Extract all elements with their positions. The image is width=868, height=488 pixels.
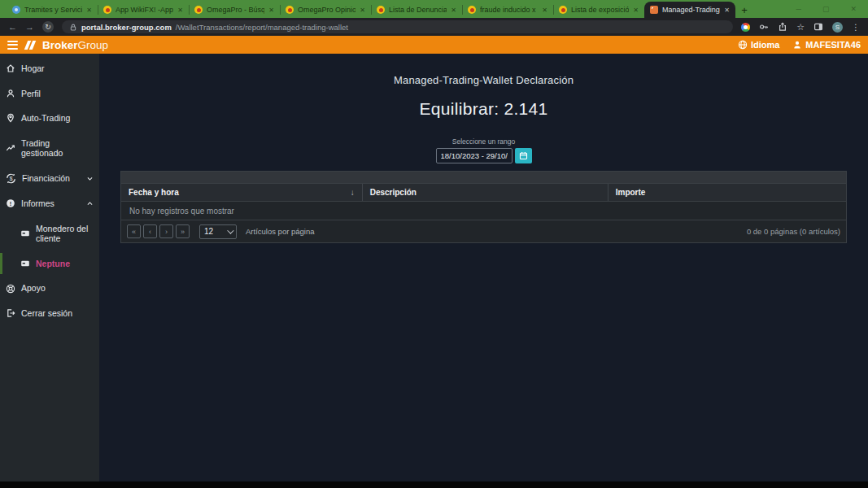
forward-icon[interactable]: →: [25, 23, 34, 32]
column-header-descripcion[interactable]: Descripción: [363, 184, 608, 201]
date-range-input[interactable]: [436, 148, 513, 163]
tab-close-icon[interactable]: ✕: [633, 7, 639, 14]
tab-close-icon[interactable]: ✕: [360, 7, 365, 14]
last-page-button[interactable]: »: [176, 224, 190, 238]
lock-icon: [69, 23, 77, 32]
language-menu[interactable]: Idioma: [738, 40, 779, 50]
svg-text:$: $: [10, 176, 13, 181]
tab-close-icon[interactable]: ✕: [724, 7, 730, 14]
tab-close-icon[interactable]: ✕: [177, 7, 183, 14]
sidebar-item-perfil[interactable]: Perfil: [0, 81, 99, 107]
chevron-up-icon: [86, 200, 94, 207]
grid-header-row: Fecha y hora ↓ Descripción Importe: [121, 184, 846, 202]
tab-title: Tramites y Servicios: [24, 6, 82, 14]
chevron-down-icon: [227, 227, 233, 233]
page-size-select[interactable]: 12: [199, 224, 237, 239]
tab-managed-trading-wallet-active[interactable]: Managed-Trading-Wallet ✕: [644, 2, 735, 18]
column-header-importe[interactable]: Importe: [608, 184, 846, 201]
user-menu[interactable]: MAFESITA46: [792, 40, 861, 50]
tab-lista-exposicion[interactable]: Lista de exposición-Glob ✕: [553, 2, 644, 18]
empty-state-message: No hay registros que mostrar: [121, 202, 846, 220]
url-path: /WalletTransactions/report/managed-tradi…: [176, 23, 348, 32]
minimize-icon[interactable]: ─: [796, 5, 801, 13]
tab-lista-denuncias[interactable]: Lista de Denuncias sobre ✕: [371, 2, 462, 18]
sidebar-subitem-neptune[interactable]: Neptune: [0, 251, 99, 277]
tab-wikifx[interactable]: App WikiFX! -App para co ✕: [98, 2, 189, 18]
transactions-grid: Fecha y hora ↓ Descripción Importe No ha…: [120, 171, 847, 243]
per-page-label: Artículos por página: [246, 227, 315, 236]
sidebar-item-auto-trading[interactable]: Auto-Trading: [0, 106, 99, 131]
tab-title: fraude inducido x líderes: [480, 6, 538, 14]
bookmark-icon[interactable]: ☆: [796, 22, 805, 33]
tab-omegapro-opiniones[interactable]: OmegaPro Opiniones-Re ✕: [280, 2, 371, 18]
next-page-button[interactable]: ›: [159, 224, 173, 238]
brand-name: BrokerGroup: [42, 39, 108, 51]
bottom-strip: [0, 481, 868, 488]
sidebar-item-apoyo[interactable]: Apoyo: [0, 276, 99, 301]
pin-icon: [6, 113, 15, 123]
chevron-down-icon: [86, 175, 94, 182]
language-label: Idioma: [751, 40, 779, 50]
tab-favicon: [559, 6, 567, 14]
tab-fraude[interactable]: fraude inducido x líderes ✕: [462, 2, 553, 18]
profile-icon: [6, 89, 15, 98]
key-icon[interactable]: [759, 22, 769, 32]
share-icon[interactable]: [778, 22, 787, 32]
sort-descending-icon: ↓: [351, 188, 355, 197]
back-icon[interactable]: ←: [8, 23, 17, 32]
pager-summary: 0 de 0 páginas (0 artículos): [747, 227, 840, 236]
browser-menu-icon[interactable]: ⋮: [852, 23, 860, 32]
hamburger-menu-icon[interactable]: [7, 41, 18, 50]
app-header: BrokerGroup Idioma MAFESITA46: [0, 36, 868, 54]
maximize-icon[interactable]: ▢: [822, 5, 830, 13]
google-extension-icon[interactable]: [741, 23, 750, 32]
sidebar-item-cerrar-sesion[interactable]: Cerrar sesión: [0, 301, 99, 326]
first-page-button[interactable]: «: [127, 224, 141, 238]
tab-title: App WikiFX! -App para co: [116, 6, 173, 14]
sidebar-item-informes[interactable]: ! Informes: [0, 191, 99, 216]
wallet-icon: [20, 229, 30, 238]
tab-close-icon[interactable]: ✕: [268, 7, 274, 14]
sidebar-subitem-monedero-del-cliente[interactable]: Monedero del cliente: [0, 216, 99, 251]
column-label: Importe: [616, 188, 646, 197]
tab-favicon: [650, 6, 658, 14]
sidebar-label: Cerrar sesión: [21, 308, 72, 319]
trend-icon: [6, 143, 15, 153]
new-tab-button[interactable]: +: [735, 2, 753, 18]
address-bar[interactable]: portal.broker-group.com/WalletTransactio…: [62, 20, 733, 33]
tab-close-icon[interactable]: ✕: [86, 7, 92, 14]
calendar-icon: [519, 151, 528, 160]
tab-close-icon[interactable]: ✕: [451, 7, 456, 14]
sidebar-label: Apoyo: [21, 283, 46, 294]
column-label: Descripción: [370, 188, 417, 197]
browser-profile-avatar[interactable]: S: [832, 22, 843, 33]
wallet-icon: [20, 259, 30, 268]
side-panel-icon[interactable]: [813, 22, 823, 32]
tab-title: Managed-Trading-Wallet: [662, 6, 720, 14]
page-title: Managed-Trading-Wallet Declaración: [99, 74, 868, 86]
browser-toolbar: ← → ↻ portal.broker-group.com/WalletTran…: [0, 18, 868, 36]
column-header-fecha-y-hora[interactable]: Fecha y hora ↓: [121, 184, 363, 201]
sidebar-item-financiacion[interactable]: $ Financiación: [0, 166, 99, 191]
close-window-icon[interactable]: ✕: [850, 5, 857, 13]
toolbar-actions: ☆ S ⋮: [741, 22, 860, 33]
tab-omegapro-busqueda[interactable]: OmegaPro - Búsqueda de ✕: [189, 2, 280, 18]
column-label: Fecha y hora: [129, 188, 179, 197]
sidebar-item-trading-gestionado[interactable]: Trading gestionado: [0, 131, 99, 166]
reports-icon: !: [6, 198, 15, 208]
tab-favicon: [194, 6, 203, 14]
tab-favicon: [286, 6, 294, 14]
prev-page-button[interactable]: ‹: [143, 224, 157, 238]
tab-close-icon[interactable]: ✕: [542, 7, 547, 14]
tab-favicon: [103, 6, 111, 14]
sidebar-label: Perfil: [21, 89, 41, 99]
reload-icon[interactable]: ↻: [42, 21, 54, 33]
user-icon: [792, 40, 802, 50]
tab-title: Lista de Denuncias sobre: [389, 6, 447, 14]
sidebar-label: Monedero del cliente: [36, 224, 94, 244]
sidebar-label: Neptune: [36, 259, 70, 269]
sidebar-item-hogar[interactable]: Hogar: [0, 56, 99, 81]
tab-tramites[interactable]: Tramites y Servicios ✕: [7, 2, 98, 18]
brand-light: Group: [78, 39, 109, 51]
calendar-button[interactable]: [515, 148, 532, 163]
